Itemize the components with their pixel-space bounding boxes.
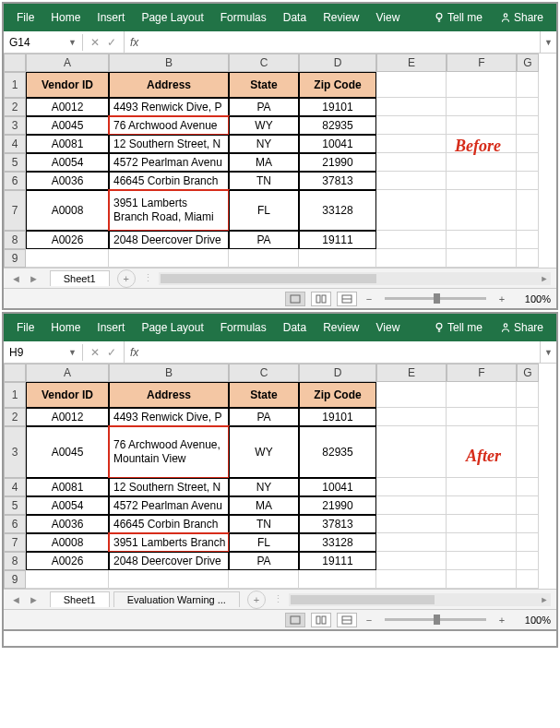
sheet-nav-next[interactable]: ►: [29, 594, 39, 605]
zoom-out-button[interactable]: −: [363, 615, 375, 626]
cell[interactable]: [447, 382, 517, 408]
cell-address[interactable]: 4493 Renwick Dive, P: [109, 98, 229, 116]
ribbon-tab-review[interactable]: Review: [316, 6, 366, 30]
col-header-G[interactable]: G: [517, 54, 539, 72]
enter-icon[interactable]: ✓: [107, 36, 116, 49]
cell-address[interactable]: 4572 Pearlman Avenu: [109, 153, 229, 172]
cell[interactable]: [517, 190, 539, 231]
ribbon-tab-formulas[interactable]: Formulas: [213, 316, 274, 340]
cell-zip[interactable]: 37813: [299, 515, 376, 533]
cell-vendor-id[interactable]: A0081: [26, 135, 109, 153]
cell[interactable]: [447, 231, 517, 249]
cell-vendor-id[interactable]: A0026: [26, 552, 109, 570]
row-header-9[interactable]: 9: [4, 570, 26, 589]
cell-address[interactable]: 4493 Renwick Dive, P: [109, 408, 229, 426]
cell-state[interactable]: FL: [229, 190, 299, 231]
cell-vendor-id[interactable]: A0012: [26, 98, 109, 116]
col-header-A[interactable]: A: [26, 364, 109, 382]
cell-zip[interactable]: 19111: [299, 552, 376, 570]
col-header-B[interactable]: B: [109, 54, 229, 72]
col-header-F[interactable]: F: [447, 364, 517, 382]
cell[interactable]: [447, 496, 517, 515]
cell[interactable]: [447, 515, 517, 533]
cell-zip[interactable]: 19101: [299, 98, 376, 116]
sheet-nav-next[interactable]: ►: [29, 273, 39, 284]
sheet-nav-prev[interactable]: ◄: [11, 594, 21, 605]
cell-state[interactable]: NY: [229, 135, 299, 153]
cancel-icon[interactable]: ✕: [90, 36, 100, 49]
row-header-5[interactable]: 5: [4, 496, 26, 515]
ribbon-tab-view[interactable]: View: [369, 6, 408, 30]
share-button[interactable]: Share: [492, 6, 551, 30]
cell[interactable]: [517, 382, 539, 408]
zoom-level[interactable]: 100%: [514, 293, 551, 304]
cell[interactable]: [447, 72, 517, 98]
col-header-E[interactable]: E: [376, 54, 447, 72]
col-header-D[interactable]: D: [299, 54, 376, 72]
row-header-7[interactable]: 7: [4, 190, 26, 231]
cell[interactable]: [376, 231, 447, 249]
cell-address[interactable]: 2048 Deercover Drive: [109, 552, 229, 570]
cell[interactable]: [517, 135, 539, 153]
cell-address[interactable]: 4572 Pearlman Avenu: [109, 496, 229, 515]
cell[interactable]: [229, 249, 299, 268]
cell-state[interactable]: TN: [229, 172, 299, 190]
cell-vendor-id[interactable]: A0054: [26, 153, 109, 172]
sheet-tab-extra[interactable]: Evaluation Warning ...: [113, 591, 240, 607]
row-header-4[interactable]: 4: [4, 135, 26, 153]
cell[interactable]: [517, 478, 539, 496]
cell-zip[interactable]: 82935: [299, 116, 376, 135]
cell[interactable]: [109, 249, 229, 268]
view-normal-button[interactable]: [285, 613, 305, 627]
cell[interactable]: [26, 570, 109, 589]
horizontal-scrollbar[interactable]: ◄►: [159, 272, 551, 285]
cell-zip[interactable]: 82935: [299, 426, 376, 478]
view-page-layout-button[interactable]: [311, 292, 331, 306]
ribbon-tab-file[interactable]: File: [9, 316, 42, 340]
cell-zip[interactable]: 10041: [299, 478, 376, 496]
cell[interactable]: [376, 515, 447, 533]
cell[interactable]: [447, 116, 517, 135]
zoom-in-button[interactable]: +: [495, 293, 508, 304]
share-button[interactable]: Share: [492, 316, 551, 340]
cell-address[interactable]: 3951 Lamberts Branch Road, Miami: [109, 190, 229, 231]
cell[interactable]: [376, 426, 447, 478]
name-box[interactable]: H9▼: [4, 344, 83, 361]
cell[interactable]: [517, 408, 539, 426]
cell[interactable]: [376, 382, 447, 408]
cell[interactable]: [376, 190, 447, 231]
ribbon-tab-data[interactable]: Data: [276, 316, 314, 340]
cell[interactable]: [376, 249, 447, 268]
cell-zip[interactable]: 10041: [299, 135, 376, 153]
ribbon-tab-view[interactable]: View: [369, 316, 408, 340]
cell[interactable]: [26, 249, 109, 268]
cell-address[interactable]: 46645 Corbin Branch: [109, 172, 229, 190]
enter-icon[interactable]: ✓: [107, 346, 116, 359]
cell-address[interactable]: 46645 Corbin Branch: [109, 515, 229, 533]
cell-vendor-id[interactable]: A0045: [26, 426, 109, 478]
zoom-slider[interactable]: [385, 297, 486, 300]
cell[interactable]: [376, 533, 447, 552]
cell[interactable]: [447, 98, 517, 116]
cell-vendor-id[interactable]: A0026: [26, 231, 109, 249]
ribbon-tab-data[interactable]: Data: [276, 6, 314, 30]
cell[interactable]: [376, 72, 447, 98]
cell-vendor-id[interactable]: A0081: [26, 478, 109, 496]
cell[interactable]: [517, 116, 539, 135]
col-header-F[interactable]: F: [447, 54, 517, 72]
cell[interactable]: [447, 552, 517, 570]
cell[interactable]: [447, 190, 517, 231]
row-header-5[interactable]: 5: [4, 153, 26, 172]
select-all-corner[interactable]: [4, 54, 26, 72]
row-header-4[interactable]: 4: [4, 478, 26, 496]
row-header-6[interactable]: 6: [4, 515, 26, 533]
cell[interactable]: [376, 172, 447, 190]
cell[interactable]: [517, 533, 539, 552]
col-header-C[interactable]: C: [229, 364, 299, 382]
cell-vendor-id[interactable]: A0008: [26, 533, 109, 552]
cell[interactable]: [299, 570, 376, 589]
name-box[interactable]: G14▼: [4, 34, 83, 51]
cell[interactable]: [517, 249, 539, 268]
cell[interactable]: [447, 408, 517, 426]
cell[interactable]: [517, 496, 539, 515]
